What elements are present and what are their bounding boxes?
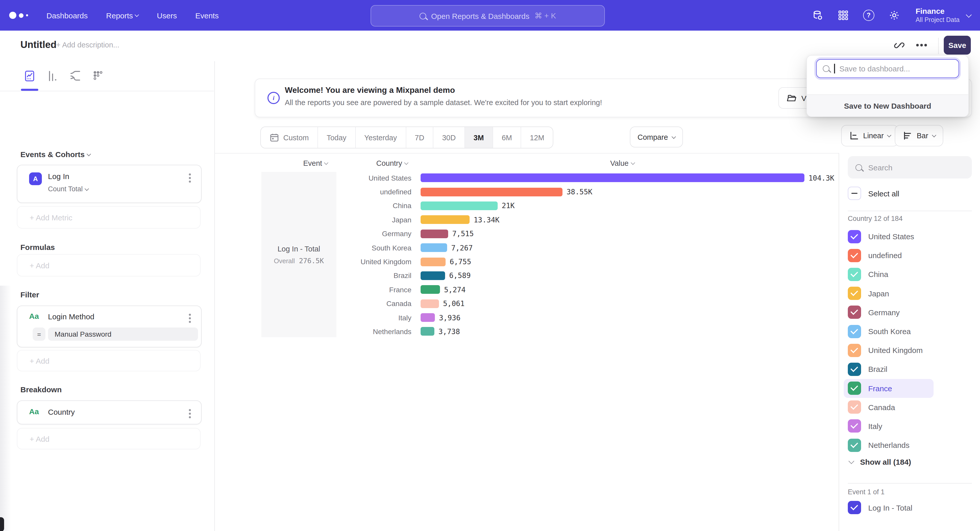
events-cohorts-heading[interactable]: Events & Cohorts: [21, 150, 90, 159]
tab-retention[interactable]: [90, 67, 107, 85]
nav-users[interactable]: Users: [157, 11, 177, 20]
more-options-icon[interactable]: [916, 44, 918, 46]
legend-checkbox[interactable]: [848, 268, 861, 281]
chart-bar[interactable]: [421, 243, 447, 252]
legend-checkbox[interactable]: [848, 306, 861, 319]
column-header-event[interactable]: Event: [285, 159, 346, 167]
legend-checkbox[interactable]: [848, 344, 861, 357]
time-range-3m[interactable]: 3M: [465, 127, 493, 148]
time-range-12m[interactable]: 12M: [520, 127, 553, 148]
nav-reports[interactable]: Reports: [106, 11, 138, 20]
legend-checkbox[interactable]: [848, 325, 861, 338]
legend-row-china[interactable]: China: [844, 265, 971, 284]
query-builder-sidebar: Events & Cohorts A Log In Count Total + …: [0, 61, 215, 531]
legend-row-united-states[interactable]: United States: [844, 227, 971, 246]
chart-bar[interactable]: [421, 230, 448, 238]
chart-bar[interactable]: [421, 299, 439, 308]
settings-gear-icon[interactable]: [888, 9, 900, 21]
chart-bar[interactable]: [421, 285, 440, 294]
tab-funnels[interactable]: [44, 67, 61, 85]
data-management-icon[interactable]: [811, 9, 824, 21]
chart-bar[interactable]: [421, 201, 498, 210]
select-all-checkbox[interactable]: [848, 187, 861, 200]
save-button[interactable]: Save: [944, 36, 971, 55]
chart-bar[interactable]: [421, 271, 445, 280]
legend-search-input[interactable]: Search: [848, 156, 972, 179]
legend-checkbox[interactable]: [848, 420, 861, 433]
kebab-menu-icon[interactable]: [189, 409, 191, 411]
time-range-custom[interactable]: Custom: [261, 127, 318, 148]
chart-bar[interactable]: [421, 313, 435, 322]
breakdown-property-name[interactable]: Country: [48, 407, 75, 416]
legend-row-canada[interactable]: Canada: [844, 398, 971, 417]
kebab-menu-icon[interactable]: [189, 314, 191, 316]
chart-bar[interactable]: [421, 187, 563, 196]
legend-checkbox[interactable]: [848, 363, 861, 376]
legend-checkbox[interactable]: [848, 382, 861, 395]
mixpanel-logo-icon[interactable]: [9, 12, 28, 19]
add-metric-button[interactable]: + Add Metric: [17, 206, 200, 228]
legend-row-germany[interactable]: Germany: [844, 303, 971, 322]
legend-checkbox[interactable]: [848, 438, 861, 452]
tab-flows[interactable]: [67, 67, 84, 85]
legend-row-south-korea[interactable]: South Korea: [844, 322, 971, 341]
apps-grid-icon[interactable]: [837, 9, 850, 21]
copy-link-icon[interactable]: [893, 39, 905, 52]
global-search[interactable]: Open Reports & Dashboards ⌘ + K: [371, 5, 605, 27]
legend-row-brazil[interactable]: Brazil: [844, 360, 971, 379]
legend-row-france[interactable]: France: [844, 379, 934, 398]
event-name[interactable]: Log In: [48, 172, 69, 181]
filter-operator[interactable]: =: [33, 328, 45, 341]
add-breakdown-button[interactable]: + Add: [17, 428, 200, 449]
chart-bar[interactable]: [421, 327, 434, 336]
nav-events[interactable]: Events: [195, 11, 219, 20]
filter-value[interactable]: Manual Password: [48, 328, 198, 341]
time-range-yesterday[interactable]: Yesterday: [355, 127, 406, 148]
legend-row-italy[interactable]: Italy: [844, 417, 971, 436]
nav-dashboards[interactable]: Dashboards: [46, 11, 88, 20]
add-filter-button[interactable]: + Add: [17, 350, 200, 371]
time-range-7d[interactable]: 7D: [406, 127, 433, 148]
legend-checkbox[interactable]: [848, 287, 861, 300]
time-range-6m[interactable]: 6M: [493, 127, 520, 148]
property-type-badge: Aa: [29, 312, 39, 320]
add-formula-button[interactable]: + Add: [17, 254, 200, 276]
chart-type-button[interactable]: Bar: [895, 125, 943, 146]
legend-row-japan[interactable]: Japan: [844, 284, 971, 303]
event-card[interactable]: A Log In Count Total: [17, 165, 202, 203]
save-to-new-dashboard-button[interactable]: Save to New Dashboard: [807, 94, 968, 117]
event-legend-row[interactable]: Log In - Total: [848, 501, 912, 514]
chart-bar[interactable]: [421, 257, 445, 266]
save-to-dashboard-input[interactable]: Save to dashboard...: [816, 59, 959, 78]
column-header-country[interactable]: Country: [361, 159, 423, 167]
column-header-value[interactable]: Value: [592, 159, 653, 167]
legend-row-undefined[interactable]: undefined: [844, 246, 971, 265]
report-title[interactable]: Untitled: [21, 39, 56, 51]
legend-row-netherlands[interactable]: Netherlands: [844, 436, 971, 455]
event-metric[interactable]: Count Total: [48, 185, 88, 193]
project-switcher[interactable]: Finance All Project Data: [914, 6, 971, 24]
chevron-down-icon: [404, 161, 408, 165]
legend-checkbox[interactable]: [848, 230, 861, 243]
time-range-today[interactable]: Today: [318, 127, 355, 148]
chart-bar[interactable]: [421, 173, 804, 182]
show-all-toggle[interactable]: Show all (184): [850, 458, 911, 466]
compare-button[interactable]: Compare: [630, 127, 682, 147]
tab-insights[interactable]: [21, 67, 38, 85]
legend-checkbox[interactable]: [848, 249, 861, 262]
legend-label: Japan: [868, 289, 889, 298]
filter-property-name[interactable]: Login Method: [48, 312, 94, 321]
time-range-30d[interactable]: 30D: [433, 127, 464, 148]
chart-bar[interactable]: [421, 216, 469, 224]
legend-row-united-kingdom[interactable]: United Kingdom: [844, 341, 971, 360]
breakdown-card[interactable]: Aa Country: [17, 400, 202, 425]
help-icon[interactable]: ?: [862, 9, 875, 21]
event-checkbox[interactable]: [848, 501, 861, 514]
kebab-menu-icon[interactable]: [189, 173, 191, 176]
select-all-row[interactable]: Select all: [848, 187, 899, 200]
legend-checkbox[interactable]: [848, 401, 861, 414]
divider: [848, 211, 972, 211]
add-description[interactable]: + Add description...: [56, 41, 119, 49]
filter-card[interactable]: Aa Login Method = Manual Password: [17, 306, 202, 347]
linear-scale-button[interactable]: Linear: [841, 125, 899, 146]
